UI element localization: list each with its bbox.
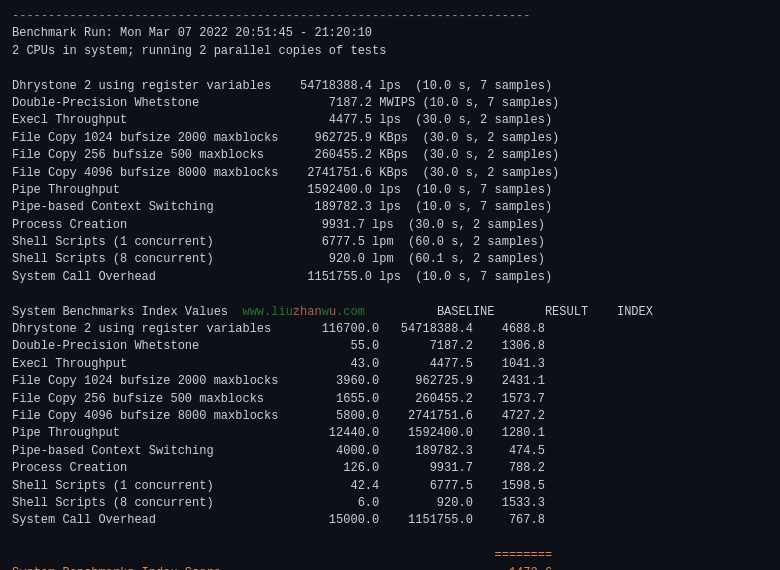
test-filecopy-4096: File Copy 4096 bufsize 8000 maxblocks 27… bbox=[12, 165, 768, 182]
test-filecopy-1024: File Copy 1024 bufsize 2000 maxblocks 96… bbox=[12, 130, 768, 147]
test-pipe: Pipe Throughput 1592400.0 lps (10.0 s, 7… bbox=[12, 182, 768, 199]
idx-shell-8: Shell Scripts (8 concurrent) 6.0 920.0 1… bbox=[12, 495, 768, 512]
separator-top: ----------------------------------------… bbox=[12, 8, 768, 25]
terminal: ----------------------------------------… bbox=[0, 0, 780, 570]
benchmark-run: Benchmark Run: Mon Mar 07 2022 20:51:45 … bbox=[12, 25, 768, 42]
idx-filecopy-1024: File Copy 1024 bufsize 2000 maxblocks 39… bbox=[12, 373, 768, 390]
index-header: System Benchmarks Index Values www.liuzh… bbox=[12, 304, 768, 321]
idx-execl: Execl Throughput 43.0 4477.5 1041.3 bbox=[12, 356, 768, 373]
idx-pipe-context: Pipe-based Context Switching 4000.0 1897… bbox=[12, 443, 768, 460]
score-separator: ======== bbox=[12, 547, 768, 564]
idx-filecopy-256: File Copy 256 bufsize 500 maxblocks 1655… bbox=[12, 391, 768, 408]
test-execl: Execl Throughput 4477.5 lps (30.0 s, 2 s… bbox=[12, 112, 768, 129]
idx-syscall: System Call Overhead 15000.0 1151755.0 7… bbox=[12, 512, 768, 529]
idx-process: Process Creation 126.0 9931.7 788.2 bbox=[12, 460, 768, 477]
test-pipe-context: Pipe-based Context Switching 189782.3 lp… bbox=[12, 199, 768, 216]
test-dhrystone: Dhrystone 2 using register variables 547… bbox=[12, 78, 768, 95]
blank2 bbox=[12, 286, 768, 303]
score-line: System Benchmarks Index Score 1472.6 bbox=[12, 565, 768, 571]
test-shell-8: Shell Scripts (8 concurrent) 920.0 lpm (… bbox=[12, 251, 768, 268]
watermark: www.liuzhanwu.com bbox=[228, 305, 365, 319]
idx-shell-1: Shell Scripts (1 concurrent) 42.4 6777.5… bbox=[12, 478, 768, 495]
idx-whetstone: Double-Precision Whetstone 55.0 7187.2 1… bbox=[12, 338, 768, 355]
test-filecopy-256: File Copy 256 bufsize 500 maxblocks 2604… bbox=[12, 147, 768, 164]
test-process: Process Creation 9931.7 lps (30.0 s, 2 s… bbox=[12, 217, 768, 234]
blank1 bbox=[12, 60, 768, 77]
cpu-info: 2 CPUs in system; running 2 parallel cop… bbox=[12, 43, 768, 60]
idx-dhrystone: Dhrystone 2 using register variables 116… bbox=[12, 321, 768, 338]
blank3 bbox=[12, 530, 768, 547]
test-shell-1: Shell Scripts (1 concurrent) 6777.5 lpm … bbox=[12, 234, 768, 251]
test-syscall: System Call Overhead 1151755.0 lps (10.0… bbox=[12, 269, 768, 286]
test-whetstone: Double-Precision Whetstone 7187.2 MWIPS … bbox=[12, 95, 768, 112]
idx-filecopy-4096: File Copy 4096 bufsize 8000 maxblocks 58… bbox=[12, 408, 768, 425]
idx-pipe: Pipe Throughput 12440.0 1592400.0 1280.1 bbox=[12, 425, 768, 442]
